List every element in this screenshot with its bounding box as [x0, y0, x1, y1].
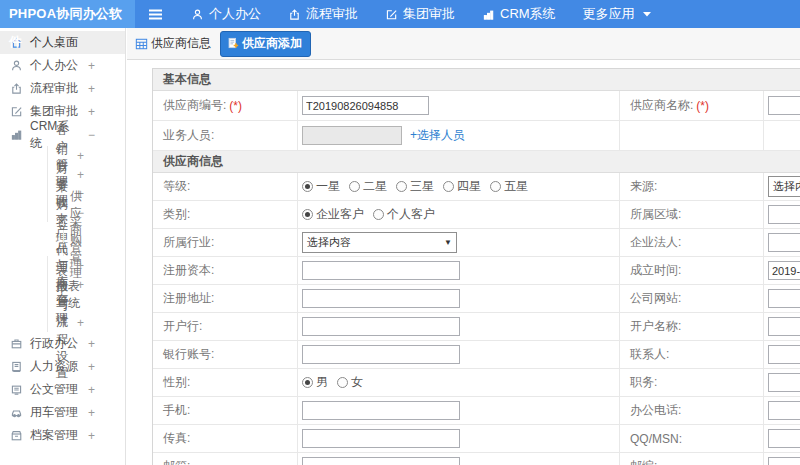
form-label-cell: 公司网站:: [620, 285, 764, 312]
expand-plus-icon[interactable]: +: [88, 60, 95, 72]
nav-item-3[interactable]: CRM系统: [482, 5, 556, 23]
input-业务人员[interactable]: [302, 126, 402, 145]
input-职务[interactable]: [768, 373, 800, 392]
radio-selected-icon[interactable]: [302, 209, 313, 220]
hamburger-menu-icon[interactable]: [148, 8, 163, 21]
radio-男[interactable]: 男: [302, 374, 328, 391]
radio-selected-icon[interactable]: [302, 377, 313, 388]
expand-plus-icon[interactable]: +: [88, 106, 95, 118]
radio-label: 男: [316, 374, 328, 391]
input-邮箱[interactable]: [302, 457, 460, 465]
radio-企业客户[interactable]: 企业客户: [302, 206, 364, 223]
upload-icon: [288, 8, 301, 21]
field-label: 性别:: [163, 374, 190, 391]
form-field-cell: [298, 453, 620, 465]
radio-个人客户[interactable]: 个人客户: [373, 206, 435, 223]
input-所属区域[interactable]: [768, 205, 800, 224]
input-开户行[interactable]: [302, 317, 460, 336]
nav-item-0[interactable]: 个人办公: [191, 5, 261, 23]
sidebar-item-label: 档案管理: [30, 427, 78, 444]
sidebar-item-label: 流程审批: [30, 80, 78, 97]
radio-女[interactable]: 女: [337, 374, 363, 391]
sidebar-item-用车管理[interactable]: 用车管理+: [0, 401, 125, 424]
expand-plus-icon[interactable]: +: [77, 260, 84, 272]
sidebar-item-表单与流程设置[interactable]: 表单与流程设置+: [0, 313, 125, 332]
sidebar-item-采购管理[interactable]: 采购管理−: [0, 203, 125, 222]
radio-unselected-icon[interactable]: [337, 377, 348, 388]
form-field-cell: 选择内容▼: [764, 173, 800, 200]
field-label: 所属行业:: [163, 234, 214, 251]
sidebar-item-流程审批[interactable]: 流程审批+: [0, 77, 125, 100]
input-注册地址[interactable]: [302, 289, 460, 308]
tab-label: 供应商信息: [151, 35, 211, 52]
form-field-cell: [764, 341, 800, 368]
input-手机[interactable]: [302, 401, 460, 420]
input-公司网站[interactable]: [768, 289, 800, 308]
input-银行账号[interactable]: [302, 345, 460, 364]
section-header-基本信息: 基本信息: [153, 69, 800, 91]
form-row: 类别:企业客户个人客户所属区域:: [153, 201, 800, 229]
input-企业法人[interactable]: [768, 233, 800, 252]
form-label-cell: 性别:: [153, 369, 298, 396]
radio-五星[interactable]: 五星: [490, 178, 528, 195]
form-field-cell: [298, 313, 620, 340]
radio-unselected-icon[interactable]: [490, 181, 501, 192]
radio-四星[interactable]: 四星: [443, 178, 481, 195]
form-label-cell: 供应商名称:(*): [620, 91, 764, 120]
input-传真[interactable]: [302, 429, 460, 448]
input-联系人[interactable]: [768, 345, 800, 364]
input-供应商名称[interactable]: [768, 96, 800, 115]
app-logo: PHPOA协同办公软件: [0, 0, 135, 28]
sidebar-item-个人办公[interactable]: 个人办公+: [0, 54, 125, 77]
field-label: 所属区域:: [630, 206, 681, 223]
input-成立时间[interactable]: [768, 261, 800, 280]
input-注册资本[interactable]: [302, 261, 460, 280]
radio-unselected-icon[interactable]: [349, 181, 360, 192]
field-label: 职务:: [630, 374, 657, 391]
sidebar-item-档案管理[interactable]: 档案管理+: [0, 424, 125, 447]
nav-item-2[interactable]: 集团审批: [385, 5, 455, 23]
form-row: 传真:QQ/MSN:: [153, 425, 800, 453]
expand-plus-icon[interactable]: +: [88, 430, 95, 442]
select-来源[interactable]: 选择内容▼: [768, 176, 800, 197]
field-label: 手机:: [163, 402, 190, 419]
expand-plus-icon[interactable]: +: [77, 169, 84, 181]
radio-label: 五星: [504, 178, 528, 195]
expand-plus-icon[interactable]: +: [88, 338, 95, 350]
expand-plus-icon[interactable]: +: [88, 384, 95, 396]
sidebar-item-行政办公[interactable]: 行政办公+: [0, 332, 125, 355]
sidebar-nav: 个人桌面个人办公+流程审批+集团审批+CRM系统−客户管理+销售管理+财务收支+…: [0, 28, 126, 465]
radio-一星[interactable]: 一星: [302, 178, 340, 195]
field-label: 注册地址:: [163, 290, 214, 307]
form-field-cell: [298, 285, 620, 312]
sidebar-item-公文管理[interactable]: 公文管理+: [0, 378, 125, 401]
input-开户名称[interactable]: [768, 317, 800, 336]
nav-item-1[interactable]: 流程审批: [288, 5, 358, 23]
tab-供应商信息[interactable]: 供应商信息: [135, 35, 211, 52]
input-办公电话[interactable]: [768, 401, 800, 420]
select-person-link[interactable]: +选择人员: [410, 127, 465, 144]
field-label: 注册资本:: [163, 262, 214, 279]
radio-三星[interactable]: 三星: [396, 178, 434, 195]
field-label: 开户行:: [163, 318, 202, 335]
expand-plus-icon[interactable]: +: [77, 150, 84, 162]
radio-unselected-icon[interactable]: [396, 181, 407, 192]
expand-plus-icon[interactable]: +: [88, 361, 95, 373]
radio-selected-icon[interactable]: [302, 181, 313, 192]
select-所属行业[interactable]: 选择内容▼: [302, 232, 457, 253]
tab-供应商添加[interactable]: 供应商添加: [220, 31, 311, 57]
expand-plus-icon[interactable]: +: [88, 83, 95, 95]
field-label: 成立时间:: [630, 262, 681, 279]
field-label: 供应商名称:: [630, 97, 693, 114]
sidebar-item-人力资源[interactable]: 人力资源+: [0, 355, 125, 378]
radio-unselected-icon[interactable]: [443, 181, 454, 192]
input-供应商编号[interactable]: [302, 96, 429, 115]
collapse-minus-icon[interactable]: −: [88, 129, 95, 141]
expand-plus-icon[interactable]: +: [88, 407, 95, 419]
input-邮编[interactable]: [768, 457, 800, 465]
radio-unselected-icon[interactable]: [373, 209, 384, 220]
expand-plus-icon[interactable]: +: [77, 317, 84, 329]
nav-item-4[interactable]: 更多应用: [583, 5, 651, 23]
input-QQ/MSN[interactable]: [768, 429, 800, 448]
radio-二星[interactable]: 二星: [349, 178, 387, 195]
